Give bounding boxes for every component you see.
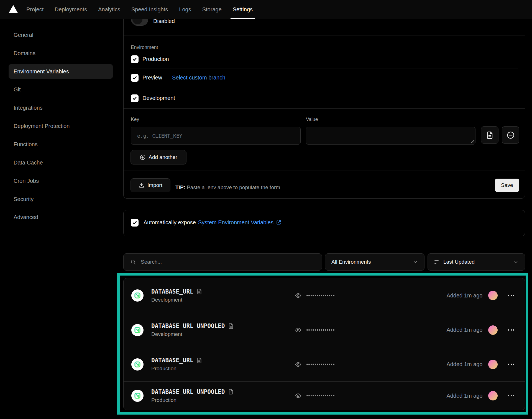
env-var-key: DATABASE_URL <box>151 357 193 364</box>
added-timestamp: Added 1m ago <box>446 327 482 333</box>
development-checkbox[interactable] <box>131 94 139 102</box>
remove-row-button[interactable] <box>502 126 519 144</box>
divider <box>124 171 525 171</box>
import-tip: TIP: Paste a .env above to populate the … <box>175 184 280 191</box>
row-actions-menu[interactable] <box>508 395 515 397</box>
sidebar-item-environment-variables[interactable]: Environment Variables <box>9 64 113 79</box>
external-link-icon[interactable] <box>276 220 282 225</box>
tip-strong: TIP: <box>175 184 185 190</box>
sidebar-item-general[interactable]: General <box>9 28 113 42</box>
env-var-row[interactable]: DATABASE_URL_UNPOOLED Development Added … <box>124 313 525 347</box>
neon-integration-icon <box>131 324 144 336</box>
value-input[interactable] <box>306 127 475 145</box>
eye-icon[interactable] <box>295 361 301 368</box>
note-icon[interactable] <box>197 358 202 363</box>
settings-sidebar: General Domains Environment Variables Gi… <box>0 19 122 419</box>
row-actions-menu[interactable] <box>508 295 515 296</box>
check-icon <box>132 96 137 101</box>
row-meta: Added 1m ago <box>446 291 525 300</box>
env-var-row[interactable]: DATABASE_URL_UNPOOLED Production Added 1… <box>124 381 525 410</box>
sidebar-item-advanced[interactable]: Advanced <box>9 210 113 224</box>
masked-value-dots <box>306 295 334 296</box>
check-icon <box>132 220 137 225</box>
neon-integration-icon <box>131 289 144 302</box>
divider <box>124 35 525 35</box>
note-icon[interactable] <box>228 389 234 395</box>
nav-tab-settings[interactable]: Settings <box>233 0 253 19</box>
nav-tab-logs[interactable]: Logs <box>179 0 191 19</box>
preview-checkbox-label: Preview <box>142 74 162 81</box>
sidebar-item-security[interactable]: Security <box>9 192 113 206</box>
auto-expose-checkbox[interactable] <box>131 219 139 227</box>
eye-icon[interactable] <box>295 327 301 333</box>
key-input[interactable] <box>131 127 301 145</box>
system-env-vars-link[interactable]: System Environment Variables <box>198 219 273 226</box>
user-avatar <box>488 291 498 300</box>
neon-integration-icon <box>131 390 144 402</box>
env-var-row[interactable]: DATABASE_URL Production Added 1m ago <box>124 347 525 381</box>
import-button[interactable]: Import <box>131 178 170 192</box>
env-var-key: DATABASE_URL_UNPOOLED <box>151 323 225 329</box>
sidebar-item-domains[interactable]: Domains <box>9 46 113 60</box>
env-var-key: DATABASE_URL <box>151 288 193 295</box>
row-actions-menu[interactable] <box>508 364 515 365</box>
sidebar-item-git[interactable]: Git <box>9 82 113 97</box>
hidden-value <box>295 361 334 368</box>
preview-checkbox[interactable] <box>131 74 139 82</box>
eye-icon[interactable] <box>295 392 301 399</box>
add-another-label: Add another <box>149 154 177 160</box>
system-env-vars-box: Automatically expose System Environment … <box>123 210 525 236</box>
env-var-info: DATABASE_URL_UNPOOLED Production <box>151 389 234 403</box>
env-var-environment: Production <box>151 366 202 372</box>
row-actions-menu[interactable] <box>508 329 515 331</box>
env-var-environment: Production <box>151 397 234 403</box>
env-var-environment: Development <box>151 331 234 337</box>
environment-filter-select[interactable]: All Environments <box>325 253 424 271</box>
environment-variables-settings-page: General Domains Environment Variables Gi… <box>0 0 532 419</box>
tip-text: Paste a .env above to populate the form <box>185 184 280 190</box>
value-input-wrap <box>306 127 475 145</box>
sort-select[interactable]: Last Updated <box>428 253 525 271</box>
production-checkbox-label: Production <box>142 56 169 62</box>
environment-filter-value: All Environments <box>331 259 371 265</box>
sidebar-item-deployment-protection[interactable]: Deployment Protection <box>9 119 113 133</box>
section-divider <box>123 243 525 243</box>
add-another-button[interactable]: Add another <box>131 150 186 164</box>
plus-circle-icon <box>140 154 146 160</box>
eye-icon[interactable] <box>295 292 301 299</box>
env-var-key: DATABASE_URL_UNPOOLED <box>151 389 225 395</box>
vercel-logo[interactable] <box>8 4 18 14</box>
download-icon <box>139 182 145 188</box>
nav-tabs: Project Deployments Analytics Speed Insi… <box>26 0 253 19</box>
auto-expose-label: Automatically expose <box>144 219 196 226</box>
sidebar-item-functions[interactable]: Functions <box>9 137 113 151</box>
nav-tab-project[interactable]: Project <box>26 0 44 19</box>
value-label: Value <box>306 117 318 122</box>
sidebar-item-cron-jobs[interactable]: Cron Jobs <box>9 174 113 188</box>
env-var-list: DATABASE_URL Development Added 1m ago <box>123 278 525 410</box>
paste-env-file-button[interactable] <box>481 126 498 144</box>
note-icon[interactable] <box>228 323 234 329</box>
select-custom-branch-link[interactable]: Select custom branch <box>172 74 225 81</box>
search-input[interactable] <box>140 259 322 265</box>
nav-tab-deployments[interactable]: Deployments <box>55 0 87 19</box>
sidebar-item-integrations[interactable]: Integrations <box>9 101 113 115</box>
sort-icon <box>434 259 439 265</box>
top-navigation: Project Deployments Analytics Speed Insi… <box>0 0 532 19</box>
check-icon <box>132 75 137 80</box>
sidebar-item-data-cache[interactable]: Data Cache <box>9 155 113 170</box>
masked-value-dots <box>306 329 334 331</box>
nav-tab-analytics[interactable]: Analytics <box>98 0 120 19</box>
user-avatar <box>488 391 498 400</box>
nav-tab-speed-insights[interactable]: Speed Insights <box>131 0 168 19</box>
key-label: Key <box>131 117 139 122</box>
production-checkbox[interactable] <box>131 55 139 63</box>
save-button[interactable]: Save <box>495 179 519 192</box>
file-icon <box>486 131 493 139</box>
note-icon[interactable] <box>197 289 202 294</box>
env-var-row[interactable]: DATABASE_URL Development Added 1m ago <box>124 278 525 313</box>
user-avatar <box>488 360 498 369</box>
env-var-info: DATABASE_URL Development <box>151 288 202 303</box>
nav-tab-storage[interactable]: Storage <box>202 0 222 19</box>
development-checkbox-label: Development <box>142 95 175 101</box>
